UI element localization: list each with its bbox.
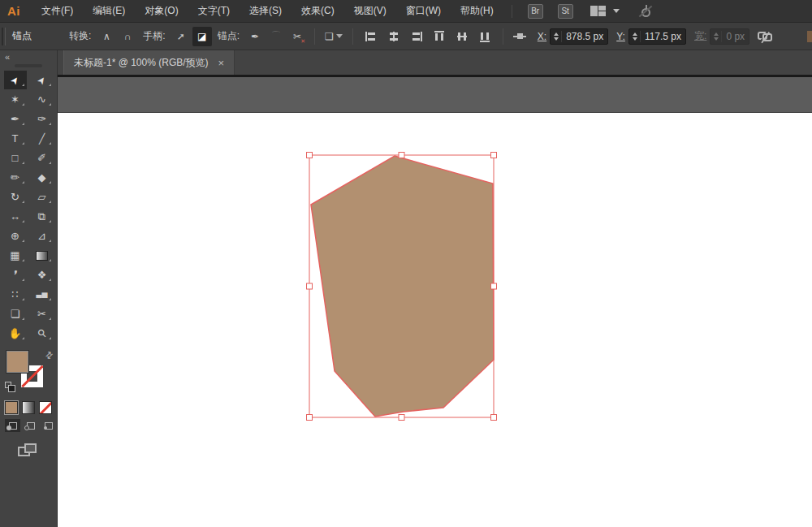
line-segment-tool[interactable]: ╱ [31, 129, 54, 148]
blend-tool[interactable]: ❖ [31, 266, 54, 284]
isolate-object-button[interactable]: ❏ [322, 27, 346, 46]
curvature-tool[interactable]: ✑ [31, 110, 54, 128]
stepper-down-icon [714, 37, 719, 41]
align-center-v-button[interactable] [452, 27, 472, 46]
menu-help[interactable]: 帮助(H) [451, 0, 503, 23]
screen-mode-button[interactable] [18, 443, 37, 458]
pen-tool[interactable]: ✒ [4, 110, 27, 128]
fill-stroke-cluster: ⇄ [0, 349, 57, 396]
isolate-icon: ❏ [325, 31, 334, 42]
convert-to-smooth-button[interactable]: ∩ [118, 27, 137, 46]
shaper-pencil-tool[interactable]: ✏ [4, 168, 27, 187]
default-fill-stroke-icon[interactable] [5, 382, 16, 393]
gradient-button[interactable] [22, 401, 35, 414]
x-label[interactable]: X: [538, 31, 546, 42]
eyedropper-tool[interactable]: ❜ [4, 266, 27, 284]
align-center-h-button[interactable] [384, 27, 404, 46]
tab-close-icon[interactable]: × [218, 57, 225, 69]
menu-edit[interactable]: 编辑(E) [83, 0, 135, 23]
selection-handle[interactable] [491, 415, 497, 421]
slice-tool[interactable]: ✂ [31, 305, 54, 323]
rotate-tool[interactable]: ↻ [4, 188, 27, 206]
anchor-node-icon [513, 30, 526, 43]
width-tool[interactable]: ↔ [4, 207, 27, 226]
collapse-panel-button[interactable]: « [5, 52, 10, 62]
align-top-button[interactable] [430, 27, 449, 46]
artboard-tool[interactable]: ❏ [4, 305, 27, 323]
show-handles-icon: ◪ [197, 31, 206, 42]
align-bottom-icon [480, 31, 490, 42]
align-bottom-button[interactable] [475, 27, 495, 46]
selection-tool[interactable]: ➤ [4, 71, 27, 89]
chevron-down-icon[interactable] [613, 9, 620, 13]
zoom-tool[interactable]: ⚲ [31, 324, 54, 343]
menu-window[interactable]: 窗口(W) [396, 0, 451, 23]
panel-grip[interactable] [15, 64, 42, 67]
selection-handle[interactable] [307, 415, 313, 421]
y-label[interactable]: Y: [616, 31, 625, 42]
menu-file[interactable]: 文件(F) [32, 0, 83, 23]
show-handles-button[interactable]: ◪ [192, 27, 212, 46]
align-left-icon [365, 32, 377, 41]
eraser-tool[interactable]: ◆ [31, 168, 54, 187]
symbol-sprayer-tool[interactable]: ∷ [4, 285, 27, 304]
fill-swatch[interactable] [6, 351, 28, 373]
swap-fill-stroke-icon[interactable]: ⇄ [43, 349, 56, 362]
link-dimensions-icon[interactable] [758, 31, 772, 42]
perspective-grid-tool[interactable]: ⊿ [31, 227, 54, 245]
artwork-layer [58, 77, 812, 527]
stock-button[interactable]: St [558, 4, 573, 19]
y-stepper[interactable] [631, 31, 641, 42]
selection-handle[interactable] [491, 153, 497, 158]
type-tool[interactable]: T [4, 129, 27, 148]
align-left-button[interactable] [361, 27, 381, 46]
rectangle-tool[interactable]: □ [4, 149, 27, 167]
x-field[interactable]: 878.5 px [550, 28, 608, 45]
color-button[interactable] [5, 401, 18, 414]
shape-builder-tool[interactable]: ⊕ [4, 227, 27, 245]
align-right-button[interactable] [407, 27, 426, 46]
column-graph-tool[interactable]: ▃▅ [31, 285, 54, 304]
direct-selection-tool[interactable]: ➤ [31, 71, 54, 89]
y-field[interactable]: 117.5 px [628, 28, 686, 45]
canvas-viewport[interactable] [58, 77, 812, 527]
bridge-button[interactable]: Br [528, 4, 543, 19]
menu-object[interactable]: 对象(O) [135, 0, 188, 23]
hand-tool[interactable]: ✋ [4, 324, 27, 343]
workspace-switcher-icon[interactable] [590, 6, 607, 17]
x-stepper[interactable] [552, 31, 562, 42]
menu-effect[interactable]: 效果(C) [292, 0, 344, 23]
draw-behind-button[interactable] [23, 419, 38, 432]
document-tab[interactable]: 未标题-1* @ 100% (RGB/预览) × [63, 50, 235, 75]
selection-handle[interactable] [399, 415, 404, 421]
selection-handle[interactable] [399, 153, 404, 158]
y-value[interactable]: 117.5 px [645, 31, 681, 42]
mesh-tool[interactable]: ▦ [4, 246, 27, 265]
selection-handle[interactable] [307, 283, 313, 289]
selection-handle[interactable] [307, 153, 313, 158]
controlbar-grip[interactable] [2, 28, 6, 45]
app-logo: Ai [7, 4, 20, 18]
selected-polygon-shape[interactable] [311, 156, 494, 417]
menu-type[interactable]: 文字(T) [188, 0, 240, 23]
menu-select[interactable]: 选择(S) [240, 0, 292, 23]
selection-handle[interactable] [491, 283, 497, 289]
menu-view[interactable]: 视图(V) [344, 0, 396, 23]
scale-tool[interactable]: ▱ [31, 188, 54, 206]
x-value[interactable]: 878.5 px [566, 31, 603, 42]
remove-anchor-button[interactable]: ✒ [245, 27, 265, 46]
none-button[interactable] [39, 401, 52, 414]
align-center-v-icon [457, 31, 467, 42]
hide-handles-button[interactable]: ➚ [171, 27, 191, 46]
draw-normal-button[interactable] [5, 419, 20, 432]
magic-wand-tool[interactable]: ✶ [4, 90, 27, 109]
paintbrush-tool[interactable]: ✐ [31, 149, 54, 167]
convert-to-corner-button[interactable]: ∧ [97, 27, 116, 46]
lasso-tool[interactable]: ∿ [31, 90, 54, 109]
free-transform-tool[interactable]: ⧉ [31, 207, 54, 226]
gradient-tool[interactable] [31, 246, 54, 265]
cut-path-button[interactable]: ✂✕ [287, 27, 307, 46]
draw-inside-button[interactable] [41, 419, 56, 432]
cc-sync-disabled-icon[interactable] [639, 5, 652, 18]
none-slash-icon [39, 401, 52, 414]
